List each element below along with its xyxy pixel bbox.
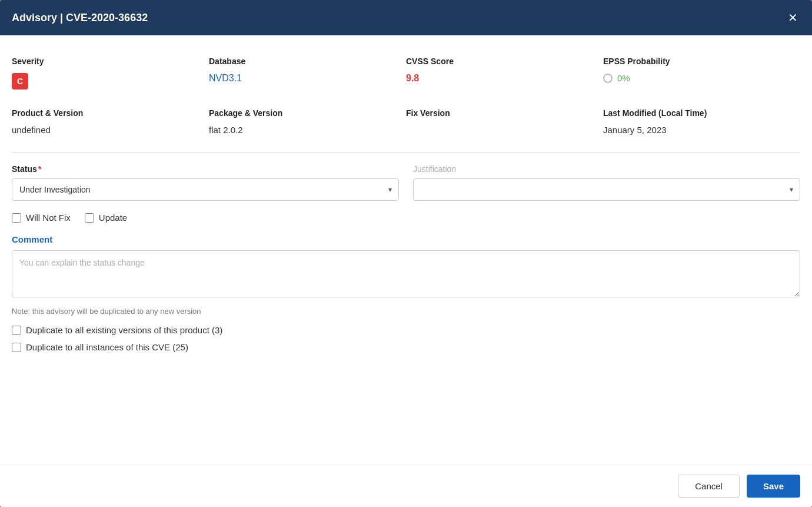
checkboxes-row: Will Not Fix Update [12,213,800,223]
duplicate-section: Duplicate to all existing versions of th… [12,325,800,352]
cancel-button[interactable]: Cancel [678,475,740,498]
modal-title: Advisory | CVE-2020-36632 [12,12,148,24]
last-modified-cell: Last Modified (Local Time) January 5, 20… [603,101,800,143]
product-version-value: undefined [12,125,51,135]
cvss-cell: CVSS Score 9.8 [406,49,603,97]
package-version-value: flat 2.0.2 [209,125,243,135]
update-checkbox[interactable] [85,213,94,223]
justification-group: Justification ▾ [413,164,800,201]
status-select[interactable]: Under Investigation Resolved Affected No… [12,178,399,201]
duplicate-cve-checkbox-item[interactable]: Duplicate to all instances of this CVE (… [12,342,800,352]
required-star: * [38,164,41,174]
update-label: Update [99,213,127,223]
comment-section: Comment [12,234,800,300]
epss-circle-icon [603,74,613,83]
status-select-wrapper: Under Investigation Resolved Affected No… [12,178,399,201]
fix-version-cell: Fix Version [406,101,603,143]
info-grid-row1: Severity C Database NVD3.1 CVSS Score 9.… [12,49,800,97]
epss-cell: EPSS Probability 0% [603,49,800,97]
form-section: Status* Under Investigation Resolved Aff… [12,164,800,201]
epss-label: EPSS Probability [603,57,791,66]
duplicate-versions-label: Duplicate to all existing versions of th… [26,325,222,335]
epss-container: 0% [603,73,791,83]
product-version-label: Product & Version [12,108,199,118]
cvss-value: 9.8 [406,73,419,83]
duplicate-cve-checkbox[interactable] [12,343,21,352]
comment-label: Comment [12,234,800,244]
will-not-fix-checkbox-item[interactable]: Will Not Fix [12,213,71,223]
update-checkbox-item[interactable]: Update [85,213,127,223]
database-label: Database [209,57,397,66]
epss-value: 0% [617,73,630,83]
last-modified-value: January 5, 2023 [603,125,667,135]
duplicate-versions-checkbox[interactable] [12,326,21,335]
justification-label: Justification [413,164,800,174]
will-not-fix-checkbox[interactable] [12,213,21,223]
will-not-fix-label: Will Not Fix [26,213,71,223]
database-link[interactable]: NVD3.1 [209,73,242,83]
modal-footer: Cancel Save [0,465,812,507]
save-button[interactable]: Save [747,475,800,498]
modal-dialog: Advisory | CVE-2020-36632 ✕ Severity C D… [0,0,812,507]
modal-body: Severity C Database NVD3.1 CVSS Score 9.… [0,35,812,465]
info-grid-row2: Product & Version undefined Package & Ve… [12,101,800,143]
fix-version-label: Fix Version [406,108,594,118]
modal-overlay: Advisory | CVE-2020-36632 ✕ Severity C D… [0,0,812,507]
divider [12,152,800,153]
justification-select-wrapper: ▾ [413,178,800,201]
comment-textarea[interactable] [12,250,800,297]
modal-header: Advisory | CVE-2020-36632 ✕ [0,0,812,35]
status-group: Status* Under Investigation Resolved Aff… [12,164,399,201]
cvss-label: CVSS Score [406,57,594,66]
product-version-cell: Product & Version undefined [12,101,209,143]
severity-label: Severity [12,57,199,66]
severity-badge: C [12,73,28,90]
database-cell: Database NVD3.1 [209,49,406,97]
duplicate-cve-label: Duplicate to all instances of this CVE (… [26,342,188,352]
note-text: Note: this advisory will be duplicated t… [12,307,800,316]
status-label: Status* [12,164,399,174]
justification-select[interactable] [413,178,800,201]
severity-cell: Severity C [12,49,209,97]
last-modified-label: Last Modified (Local Time) [603,108,791,118]
duplicate-versions-checkbox-item[interactable]: Duplicate to all existing versions of th… [12,325,800,335]
close-button[interactable]: ✕ [786,9,800,26]
package-version-cell: Package & Version flat 2.0.2 [209,101,406,143]
package-version-label: Package & Version [209,108,397,118]
